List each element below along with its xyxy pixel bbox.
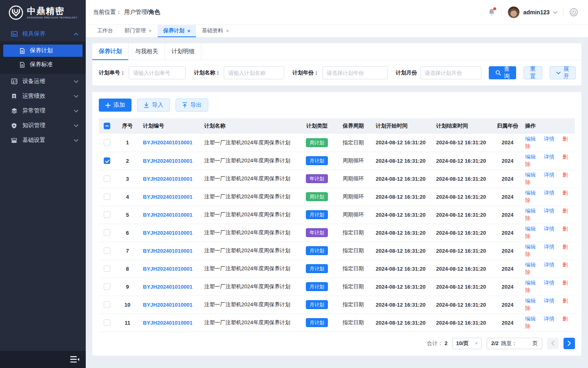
edit-link[interactable]: 编辑 bbox=[525, 316, 536, 322]
plan-code-link[interactable]: BYJH202401010001 bbox=[143, 320, 192, 326]
row-checkbox[interactable] bbox=[104, 265, 110, 272]
sidebar-item-maintenance-plan[interactable]: 保养计划 bbox=[3, 45, 82, 57]
detail-link[interactable]: 详情 bbox=[544, 244, 555, 250]
edit-link[interactable]: 编辑 bbox=[525, 172, 536, 178]
edit-link[interactable]: 编辑 bbox=[525, 226, 536, 232]
select-all-checkbox[interactable] bbox=[104, 123, 110, 129]
add-button[interactable]: 添加 bbox=[99, 99, 131, 112]
close-icon[interactable]: × bbox=[187, 28, 191, 34]
edit-link[interactable]: 编辑 bbox=[525, 298, 536, 304]
row-checkbox[interactable] bbox=[104, 229, 110, 236]
breadcrumb-section[interactable]: 用户管理 bbox=[124, 9, 147, 16]
detail-link[interactable]: 详情 bbox=[544, 298, 555, 304]
jump-page-input[interactable] bbox=[519, 339, 530, 348]
plan-code-link[interactable]: BYJH202401010001 bbox=[143, 194, 192, 200]
plan-type-badge: 年计划 bbox=[306, 174, 328, 183]
page-jump-box: 2/2 跳至： 页 bbox=[487, 338, 542, 349]
filter-bar: 计划单号： 计划名称： 计划年份： 计划月份 bbox=[92, 60, 581, 85]
row-checkbox[interactable] bbox=[104, 283, 110, 290]
close-icon[interactable]: × bbox=[149, 28, 152, 34]
plan-code-link[interactable]: BYJH202401010001 bbox=[143, 302, 192, 308]
sidebar-item-mold-maintenance[interactable]: 模具保养 bbox=[0, 27, 86, 41]
sidebar-collapse-icon[interactable] bbox=[70, 356, 79, 363]
plan-code-link[interactable]: BYJH202401010001 bbox=[143, 248, 192, 254]
export-button[interactable]: 导出 bbox=[176, 99, 208, 112]
edit-link[interactable]: 编辑 bbox=[525, 262, 536, 268]
detail-link[interactable]: 详情 bbox=[544, 190, 555, 196]
plan-code-link[interactable]: BYJH202401010001 bbox=[143, 212, 192, 218]
col-header-code: 计划编号 bbox=[140, 118, 201, 134]
plan-code-link[interactable]: BYJH202401010001 bbox=[143, 158, 192, 164]
sidebar-item-basic-settings[interactable]: 基础设置 bbox=[0, 133, 86, 148]
row-checkbox[interactable] bbox=[104, 211, 110, 218]
row-checkbox[interactable] bbox=[104, 319, 110, 326]
window-tab-workbench[interactable]: 工作台 bbox=[91, 25, 119, 37]
user-menu[interactable]: admin123 bbox=[508, 6, 557, 18]
row-checkbox[interactable] bbox=[104, 301, 110, 308]
plan-end-time: 2024-08-12 16:31:20 bbox=[433, 170, 493, 188]
tab-plan-detail[interactable]: 计划明细 bbox=[165, 43, 201, 60]
layers-icon bbox=[11, 108, 18, 114]
page-size-select[interactable]: 10/页 ▼ bbox=[452, 338, 482, 349]
next-page-button[interactable] bbox=[564, 338, 575, 349]
plan-start-time: 2024-08-12 16:31:20 bbox=[372, 242, 433, 260]
close-icon[interactable]: × bbox=[226, 28, 229, 34]
plan-type-badge: 月计划 bbox=[306, 264, 328, 273]
search-button[interactable]: 查询 bbox=[489, 66, 516, 79]
plan-code-link[interactable]: BYJH202401010001 bbox=[143, 284, 192, 290]
detail-link[interactable]: 详情 bbox=[544, 208, 555, 214]
row-checkbox[interactable] bbox=[104, 247, 110, 254]
row-checkbox[interactable] bbox=[104, 175, 110, 182]
detail-link[interactable]: 详情 bbox=[544, 280, 555, 286]
edit-link[interactable]: 编辑 bbox=[525, 190, 536, 196]
plan-year-select[interactable] bbox=[322, 66, 388, 79]
reset-button[interactable]: 重置 bbox=[523, 66, 542, 79]
row-checkbox[interactable] bbox=[104, 139, 110, 146]
plan-code-link[interactable]: BYJH202401010001 bbox=[143, 176, 192, 182]
edit-link[interactable]: 编辑 bbox=[525, 136, 536, 142]
detail-link[interactable]: 详情 bbox=[544, 316, 555, 322]
row-checkbox[interactable] bbox=[104, 157, 110, 164]
plan-month-select[interactable] bbox=[420, 66, 481, 79]
edit-link[interactable]: 编辑 bbox=[525, 208, 536, 214]
window-tab-department[interactable]: 部门管理 × bbox=[119, 25, 158, 37]
tab-related-to-me[interactable]: 与我相关 bbox=[129, 43, 165, 60]
sidebar-item-performance[interactable]: 运营绩效 bbox=[0, 89, 86, 103]
notification-bell-icon[interactable] bbox=[488, 8, 496, 16]
row-checkbox[interactable] bbox=[104, 193, 110, 200]
sidebar-item-maintenance-standard[interactable]: 保养标准 bbox=[3, 58, 82, 71]
detail-link[interactable]: 详情 bbox=[544, 136, 555, 142]
col-header-type: 计划类型 bbox=[300, 118, 334, 134]
edit-link[interactable]: 编辑 bbox=[525, 154, 536, 160]
detail-link[interactable]: 详情 bbox=[544, 226, 555, 232]
window-tab-maintenance-plan[interactable]: 保养计划 × bbox=[158, 25, 196, 37]
plan-year: 2024 bbox=[493, 188, 522, 206]
sidebar-footer bbox=[0, 351, 86, 368]
sidebar-item-equipment-ops[interactable]: 设备运维 bbox=[0, 74, 86, 89]
sidebar-item-knowledge-mgmt[interactable]: 知识管理 bbox=[0, 118, 86, 133]
plan-code-link[interactable]: BYJH202401010001 bbox=[143, 139, 192, 146]
expand-button[interactable]: 展开 bbox=[550, 66, 576, 79]
detail-link[interactable]: 详情 bbox=[544, 172, 555, 178]
tab-maintenance-plan[interactable]: 保养计划 bbox=[92, 43, 129, 60]
plan-name-input[interactable] bbox=[224, 66, 284, 79]
plan-end-time: 2024-08-12 16:31:20 bbox=[433, 134, 493, 152]
plan-end-time: 2024-08-12 16:31:20 bbox=[433, 278, 493, 296]
detail-link[interactable]: 详情 bbox=[544, 262, 555, 268]
edit-link[interactable]: 编辑 bbox=[525, 280, 536, 286]
import-button[interactable]: 导入 bbox=[137, 99, 170, 112]
sidebar-item-exception-mgmt[interactable]: 异常管理 bbox=[0, 103, 86, 118]
edit-link[interactable]: 编辑 bbox=[525, 244, 536, 250]
prev-page-button[interactable] bbox=[547, 338, 559, 349]
plan-code-link[interactable]: BYJH202401010001 bbox=[143, 266, 192, 272]
plan-no-input[interactable] bbox=[129, 66, 186, 79]
window-tab-basic-data[interactable]: 基础资料 × bbox=[196, 25, 235, 37]
detail-link[interactable]: 详情 bbox=[544, 154, 555, 160]
logout-power-icon[interactable] bbox=[569, 8, 578, 17]
row-index: 9 bbox=[115, 278, 140, 296]
col-header-index: 序号 bbox=[115, 118, 140, 134]
plan-code-link[interactable]: BYJH202401010001 bbox=[143, 230, 192, 236]
plan-type-badge: 月计划 bbox=[306, 318, 328, 327]
tab-label: 计划明细 bbox=[172, 48, 194, 55]
plan-start-time: 2024-08-12 16:31:20 bbox=[372, 260, 433, 278]
